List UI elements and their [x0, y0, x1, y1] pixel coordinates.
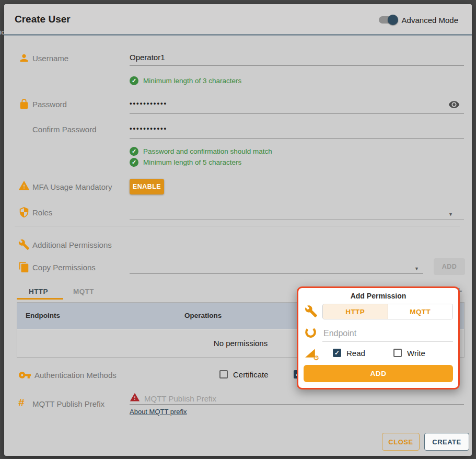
- username-validation: ✓ Minimum length of 3 characters: [130, 76, 241, 85]
- shield-icon: [18, 206, 30, 218]
- advanced-mode-label: Advanced Mode: [402, 16, 458, 25]
- popup-title: Add Permission: [298, 292, 458, 300]
- wrench-icon: [18, 239, 30, 250]
- confirm-password-label: Confirm Password: [32, 125, 97, 134]
- tab-http[interactable]: HTTP: [29, 288, 48, 295]
- close-button[interactable]: CLOSE: [382, 433, 420, 451]
- wrench-icon: [305, 305, 318, 318]
- refresh-circle-icon: [304, 326, 317, 339]
- copy-permissions-dropdown-icon[interactable]: ▼: [414, 266, 419, 271]
- password-label: Password: [32, 100, 67, 109]
- dialog-title: Create User: [15, 4, 71, 35]
- network-check-icon: ⚙: [304, 347, 317, 360]
- show-password-icon[interactable]: [448, 99, 460, 110]
- check-circle-icon: ✓: [130, 158, 138, 167]
- gear-icon: ⚙: [313, 354, 319, 362]
- about-mqtt-prefix-link[interactable]: About MQTT prefix: [130, 408, 187, 416]
- column-operations: Operations: [184, 312, 222, 319]
- password-input[interactable]: •••••••••••: [130, 99, 167, 107]
- roles-dropdown-icon[interactable]: ▼: [448, 212, 453, 217]
- mfa-enable-button[interactable]: ENABLE: [130, 179, 164, 194]
- check-circle-icon: ✓: [130, 76, 138, 85]
- username-label: Username: [32, 54, 68, 63]
- read-checkbox[interactable]: ✓: [333, 349, 341, 357]
- read-label: Read: [346, 349, 365, 358]
- error-warning-icon: [130, 392, 140, 403]
- warning-icon: [18, 180, 30, 191]
- username-input[interactable]: Operator1: [130, 53, 165, 62]
- copy-permissions-label: Copy Permissions: [32, 263, 96, 272]
- mqtt-prefix-input[interactable]: MQTT Publish Prefix: [144, 394, 216, 403]
- password-validation-length: ✓ Minimum length of 5 characters: [130, 158, 241, 167]
- password-underline: [130, 113, 464, 114]
- advanced-mode-toggle[interactable]: [379, 16, 397, 24]
- write-checkbox[interactable]: [393, 349, 402, 357]
- check-circle-icon: ✓: [130, 147, 138, 156]
- popup-add-button[interactable]: ADD: [304, 365, 453, 382]
- copy-permissions-add-button[interactable]: ADD: [434, 258, 465, 275]
- additional-permissions-label: Additional Permissions: [32, 240, 112, 249]
- copy-permissions-underline: [130, 273, 423, 274]
- endpoint-input[interactable]: Endpoint: [323, 329, 356, 338]
- tab-mqtt[interactable]: MQTT: [73, 288, 94, 295]
- type-http-button[interactable]: HTTP: [323, 304, 388, 319]
- write-label: Write: [407, 349, 425, 358]
- mfa-label: MFA Usage Mandatory: [32, 182, 112, 191]
- username-underline: [130, 65, 464, 66]
- mqtt-prefix-underline: [130, 404, 464, 405]
- confirm-password-input[interactable]: •••••••••••: [130, 124, 167, 132]
- certificate-label: Certificate: [233, 370, 269, 379]
- password-validation-match: ✓ Password and confirmation should match: [130, 147, 272, 156]
- person-icon: [18, 52, 30, 64]
- column-endpoints: Endpoints: [26, 312, 60, 319]
- hash-icon: #: [18, 396, 25, 409]
- create-button[interactable]: CREATE: [424, 433, 469, 451]
- confirm-password-underline: [130, 138, 464, 139]
- toggle-thumb-icon: [388, 15, 398, 25]
- copy-icon: [18, 261, 30, 273]
- lock-icon: [18, 98, 30, 110]
- auth-methods-label: Authentication Methods: [34, 371, 117, 380]
- key-icon: [18, 369, 31, 382]
- roles-underline: [130, 220, 464, 220]
- screen: ic Create User Advanced Mode Username Op…: [0, 0, 476, 459]
- roles-label: Roles: [32, 208, 52, 217]
- mqtt-prefix-label: MQTT Publish Prefix: [32, 399, 105, 408]
- certificate-checkbox[interactable]: [219, 370, 228, 378]
- endpoint-underline: [322, 341, 453, 341]
- add-permission-popup: Add Permission HTTP MQTT Endpoint ⚙ ✓ Re…: [297, 286, 460, 389]
- section-divider: [15, 226, 460, 226]
- active-tab-indicator: [17, 298, 63, 300]
- permission-type-toggle: HTTP MQTT: [322, 304, 453, 319]
- type-mqtt-button[interactable]: MQTT: [388, 304, 453, 319]
- dialog-header: Create User Advanced Mode: [4, 4, 472, 36]
